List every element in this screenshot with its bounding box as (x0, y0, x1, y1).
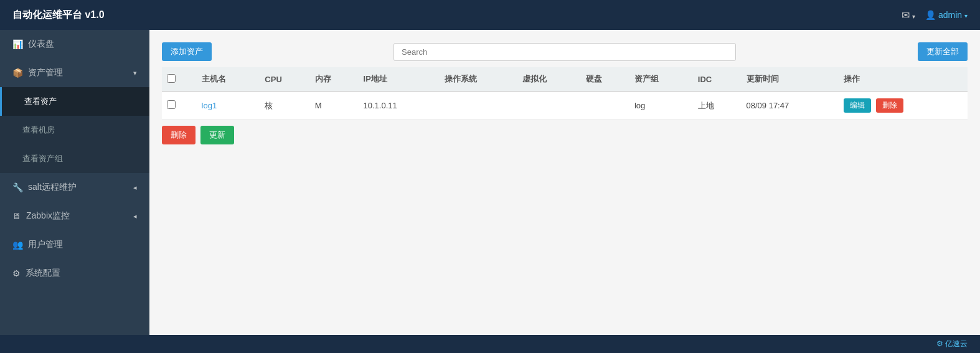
username-label: admin (938, 10, 962, 20)
row-ip: 10.1.0.11 (359, 92, 440, 120)
sidebar-item-sys-config[interactable]: ⚙ 系统配置 (0, 259, 149, 288)
sidebar-sub-asset: 查看资产 查看机房 查看资产组 (0, 87, 149, 173)
row-memory: M (310, 92, 359, 120)
sidebar-item-asset-mgmt[interactable]: 📦 资产管理 ▾ (0, 59, 149, 87)
row-disk (581, 92, 629, 120)
zabbix-icon: 🖥 (12, 211, 21, 221)
sys-config-icon: ⚙ (12, 268, 21, 278)
zabbix-arrow: ◂ (133, 212, 137, 220)
table-header-row: 主机名 CPU 内存 IP地址 操作系统 虚拟化 硬盘 资产组 IDC 更新时间… (162, 67, 968, 92)
top-nav: 自动化运维平台 v1.0 ✉ ▾ 👤 admin ▾ (0, 0, 980, 30)
asset-mgmt-icon: 📦 (12, 68, 23, 78)
batch-update-button[interactable]: 更新 (200, 126, 234, 144)
search-input[interactable] (393, 43, 736, 61)
sidebar-item-view-idc[interactable]: 查看机房 (0, 116, 149, 144)
col-cpu: CPU (260, 67, 309, 92)
main-layout: 📊 仪表盘 📦 资产管理 ▾ 查看资产 查看机房 查看资产组 🔧 salt远程维… (0, 30, 980, 335)
salt-arrow: ◂ (133, 184, 137, 192)
dashboard-icon: 📊 (12, 39, 23, 49)
edit-button[interactable]: 编辑 (844, 98, 871, 113)
admin-user[interactable]: 👤 admin ▾ (925, 10, 968, 20)
col-checkbox (162, 67, 197, 92)
row-hostname: log1 (197, 92, 260, 120)
mail-dropdown-icon: ▾ (912, 13, 915, 20)
row-checkbox-cell (162, 92, 197, 120)
sidebar-item-asset-mgmt-label: 资产管理 (28, 67, 63, 78)
col-idc: IDC (693, 67, 742, 92)
user-mgmt-icon: 👥 (12, 240, 23, 250)
table-row: log1 核 M 10.1.0.11 log 上地 08/09 17:47 编辑… (162, 92, 968, 120)
view-assets-label: 查看资产 (24, 96, 57, 107)
top-nav-right: ✉ ▾ 👤 admin ▾ (902, 9, 968, 21)
sidebar-item-zabbix[interactable]: 🖥 Zabbix监控 ◂ (0, 202, 149, 230)
col-action: 操作 (839, 67, 968, 92)
col-ip: IP地址 (359, 67, 440, 92)
row-os (440, 92, 518, 120)
select-all-checkbox[interactable] (167, 74, 176, 83)
content-area: 添加资产 更新全部 主机名 CPU 内存 IP地址 操作系统 虚拟化 硬盘 资产… (149, 30, 980, 335)
sidebar-item-zabbix-label: Zabbix监控 (26, 210, 70, 222)
toolbar: 添加资产 更新全部 (162, 42, 968, 61)
sidebar-item-salt[interactable]: 🔧 salt远程维护 ◂ (0, 173, 149, 202)
footer-brand: ⚙ 亿速云 (936, 339, 968, 348)
sidebar: 📊 仪表盘 📦 资产管理 ▾ 查看资产 查看机房 查看资产组 🔧 salt远程维… (0, 30, 149, 335)
row-checkbox[interactable] (167, 100, 176, 109)
sidebar-item-salt-label: salt远程维护 (28, 182, 77, 193)
col-hostname: 主机名 (197, 67, 260, 92)
col-memory: 内存 (310, 67, 359, 92)
sidebar-item-dashboard-label: 仪表盘 (28, 39, 54, 50)
app-title: 自动化运维平台 v1.0 (12, 9, 105, 22)
footer: ⚙ 亿速云 (0, 335, 980, 353)
bottom-toolbar: 删除 更新 (162, 126, 968, 144)
col-group: 资产组 (629, 67, 693, 92)
row-cpu: 核 (260, 92, 309, 120)
col-updated: 更新时间 (742, 67, 839, 92)
col-os: 操作系统 (440, 67, 518, 92)
delete-row-button[interactable]: 删除 (876, 98, 903, 113)
sidebar-item-view-assets[interactable]: 查看资产 (0, 87, 149, 116)
salt-icon: 🔧 (12, 182, 23, 192)
sidebar-item-user-mgmt[interactable]: 👥 用户管理 (0, 230, 149, 259)
view-groups-label: 查看资产组 (22, 153, 63, 164)
user-icon: 👤 (925, 10, 936, 20)
view-idc-label: 查看机房 (22, 125, 55, 136)
row-idc: 上地 (693, 92, 742, 120)
row-group: log (629, 92, 693, 120)
sidebar-item-view-groups[interactable]: 查看资产组 (0, 144, 149, 173)
asset-table: 主机名 CPU 内存 IP地址 操作系统 虚拟化 硬盘 资产组 IDC 更新时间… (162, 67, 968, 120)
col-disk: 硬盘 (581, 67, 629, 92)
asset-mgmt-arrow: ▾ (133, 69, 137, 77)
add-asset-button[interactable]: 添加资产 (162, 42, 212, 61)
row-updated: 08/09 17:47 (742, 92, 839, 120)
sidebar-item-dashboard[interactable]: 📊 仪表盘 (0, 30, 149, 59)
row-virtual (517, 92, 581, 120)
mail-icon[interactable]: ✉ ▾ (902, 9, 915, 21)
update-all-button[interactable]: 更新全部 (918, 42, 968, 61)
batch-delete-button[interactable]: 删除 (162, 126, 196, 144)
col-virtual: 虚拟化 (517, 67, 581, 92)
hostname-link[interactable]: log1 (202, 101, 217, 110)
row-actions: 编辑 删除 (839, 92, 968, 120)
user-dropdown-icon: ▾ (964, 12, 968, 19)
sidebar-item-user-mgmt-label: 用户管理 (28, 239, 63, 250)
sidebar-item-sys-config-label: 系统配置 (26, 268, 60, 279)
